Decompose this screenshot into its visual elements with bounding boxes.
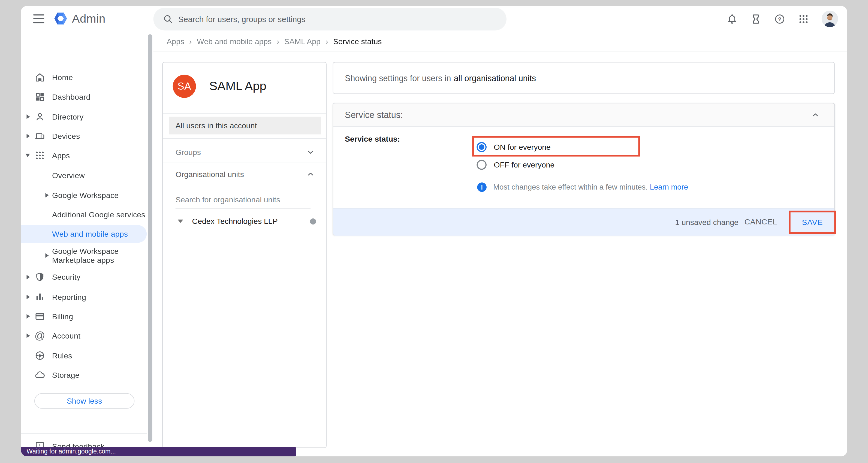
sidebar-item-web-and-mobile-apps[interactable]: Web and mobile apps (21, 225, 147, 243)
radio-unselected-icon[interactable] (476, 160, 487, 170)
top-bar-actions: ? (726, 6, 838, 31)
sidebar-item-reporting[interactable]: Reporting (21, 288, 147, 306)
cloud-icon (34, 369, 45, 381)
radio-on-for-everyone[interactable]: ON for everyone (476, 142, 551, 152)
sidebar-item-devices[interactable]: Devices (21, 127, 147, 145)
product-name: Admin (72, 12, 105, 25)
groups-section-toggle[interactable]: Groups (163, 142, 326, 163)
apps-grid-icon[interactable] (798, 13, 809, 25)
steering-wheel-icon (34, 350, 45, 361)
breadcrumb-apps[interactable]: Apps (166, 37, 184, 45)
sidebar-item-account[interactable]: @ Account (21, 327, 147, 344)
input-underline (176, 208, 311, 209)
expand-right-icon[interactable] (26, 314, 30, 319)
dashboard-icon (34, 91, 45, 102)
showing-settings-text: Showing settings for users in (345, 73, 451, 83)
breadcrumb-separator: › (277, 37, 279, 45)
unsaved-changes-text: 1 unsaved change (675, 218, 738, 227)
expand-right-icon[interactable] (45, 193, 49, 197)
app-avatar: SA (173, 75, 196, 98)
svg-text:?: ? (778, 16, 781, 22)
org-unit-status-dot (310, 218, 316, 224)
divider (163, 163, 326, 163)
sidebar-item-overview[interactable]: Overview (21, 166, 147, 184)
sidebar-item-additional-google-services[interactable]: Additional Google services (21, 206, 147, 223)
chevron-up-icon (306, 170, 315, 178)
search-placeholder: Search for users, groups or settings (178, 15, 305, 24)
sidebar-item-dashboard[interactable]: Dashboard (21, 88, 147, 106)
sidebar-item-directory[interactable]: Directory (21, 108, 147, 126)
admin-console-window: Admin Search for users, groups or settin… (21, 6, 847, 456)
org-unit-search-input[interactable]: Search for organisational units (176, 195, 311, 209)
expand-right-icon[interactable] (26, 295, 30, 299)
expand-right-icon[interactable] (26, 134, 30, 138)
notifications-icon[interactable] (726, 13, 738, 25)
divider (163, 138, 326, 139)
app-title: SAML App (209, 79, 266, 93)
sidebar-divider (21, 433, 147, 434)
breadcrumb: Apps › Web and mobile apps › SAML App › … (153, 32, 847, 52)
sidebar-item-google-workspace[interactable]: Google Workspace (21, 186, 147, 204)
section-title: Service status: (345, 110, 403, 120)
credit-card-icon (34, 311, 45, 322)
sidebar-item-apps[interactable]: Apps (21, 146, 147, 164)
sidebar-scrollbar[interactable] (148, 34, 152, 442)
breadcrumb-current: Service status (333, 37, 382, 45)
app-header: SA SAML App (163, 62, 326, 114)
radio-selected-icon[interactable] (476, 142, 487, 152)
org-units-section-toggle[interactable]: Organisational units (163, 165, 326, 183)
sidebar-item-storage[interactable]: Storage (21, 366, 147, 384)
sidebar-item-security[interactable]: Security (21, 268, 147, 286)
show-less-button[interactable]: Show less (34, 393, 135, 409)
save-button[interactable]: SAVE (789, 211, 836, 234)
breadcrumb-saml-app[interactable]: SAML App (284, 37, 320, 45)
apps-grid-icon (34, 150, 45, 161)
info-icon: i (477, 183, 487, 192)
expand-right-icon[interactable] (45, 253, 49, 258)
sidebar-nav: Home Dashboard (21, 32, 147, 457)
scope-summary-card: Showing settings for users in all organi… (333, 62, 835, 94)
person-icon (34, 111, 45, 122)
service-status-section-header[interactable]: Service status: (333, 103, 834, 127)
search-icon (163, 14, 174, 25)
org-unit-root-item[interactable]: Cedex Technologies LLP (163, 213, 326, 229)
expand-right-icon[interactable] (26, 114, 30, 119)
sidebar-item-gw-marketplace-apps[interactable]: Google Workspace Marketplace apps (21, 246, 147, 266)
collapse-chevron-up-icon[interactable] (811, 110, 820, 119)
save-bar: 1 unsaved change CANCEL SAVE (333, 208, 834, 236)
breadcrumb-web-and-mobile-apps[interactable]: Web and mobile apps (197, 37, 272, 45)
hourglass-icon[interactable] (750, 13, 762, 25)
at-sign-icon: @ (34, 330, 45, 341)
sidebar-item-rules[interactable]: Rules (21, 347, 147, 364)
all-users-scope-item[interactable]: All users in this account (169, 117, 321, 134)
sidebar-item-billing[interactable]: Billing (21, 307, 147, 325)
breadcrumb-separator: › (326, 37, 328, 45)
cancel-button[interactable]: CANCEL (745, 217, 777, 226)
help-icon[interactable]: ? (774, 13, 786, 25)
info-note: i Most changes take effect within a few … (477, 183, 688, 192)
radio-off-for-everyone[interactable]: OFF for everyone (476, 160, 555, 170)
learn-more-link[interactable]: Learn more (650, 183, 688, 191)
expand-right-icon[interactable] (26, 333, 30, 338)
app-scope-panel: SA SAML App All users in this account Gr… (162, 62, 327, 448)
service-status-field-label: Service status: (345, 134, 400, 143)
main-menu-icon[interactable] (33, 14, 44, 23)
top-bar: Admin Search for users, groups or settin… (21, 6, 847, 31)
chevron-down-icon (306, 147, 315, 156)
shield-icon (34, 271, 45, 283)
breadcrumb-separator: › (189, 37, 192, 45)
showing-settings-scope: all organisational units (454, 73, 536, 83)
org-unit-search-placeholder: Search for organisational units (176, 195, 311, 204)
global-search-input[interactable]: Search for users, groups or settings (153, 8, 506, 30)
browser-status-bubble: Waiting for admin.google.com... (21, 447, 296, 457)
google-admin-logo[interactable]: Admin (53, 11, 105, 26)
bar-chart-icon (34, 291, 45, 303)
expand-down-icon[interactable] (25, 154, 30, 157)
account-avatar[interactable] (822, 11, 838, 27)
expand-right-icon[interactable] (26, 275, 30, 279)
tree-expand-down-icon[interactable] (178, 220, 183, 223)
service-status-card: Service status: Service status: ON for e… (333, 103, 835, 235)
home-icon (34, 72, 45, 83)
screen: Admin Search for users, groups or settin… (0, 0, 868, 463)
sidebar-item-home[interactable]: Home (21, 69, 147, 86)
